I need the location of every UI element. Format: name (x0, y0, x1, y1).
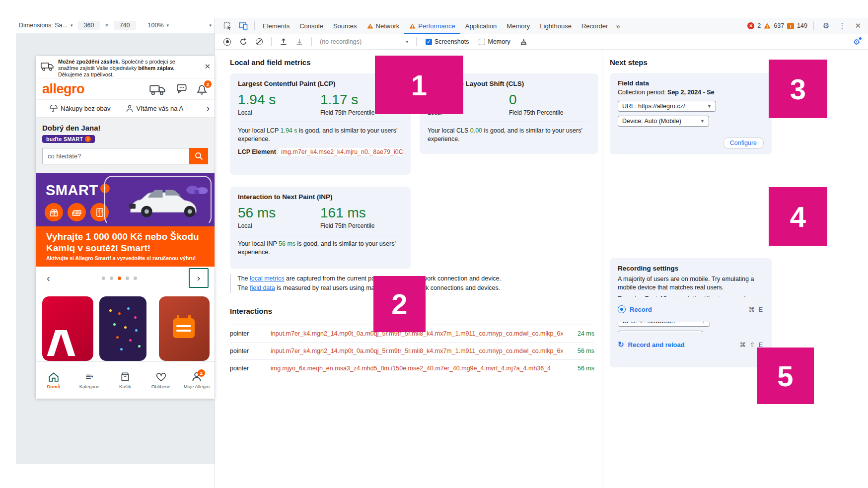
capture-settings-gear-icon[interactable]: ⚙ (853, 37, 863, 47)
person-icon (126, 105, 133, 112)
interaction-node-link[interactable]: img.mjyo_6x.meqh_en.msa3_z4.mhd5_0m.i150… (271, 365, 563, 372)
close-devtools-icon[interactable]: ✕ (852, 21, 864, 30)
interaction-duration: 24 ms (563, 330, 594, 337)
benefit-icons (45, 203, 109, 221)
memory-checkbox[interactable]: Memory (479, 38, 510, 45)
promo-tile-calendar[interactable] (159, 296, 210, 361)
divider (238, 122, 403, 122)
nav-item-cart[interactable]: Košík (107, 372, 143, 389)
inspect-element-icon[interactable] (220, 22, 235, 30)
nav-item-profile[interactable]: 2 Moje Allegro (179, 372, 215, 389)
tab-sources[interactable]: Sources (328, 18, 362, 34)
device-toolbar-toggle-icon[interactable] (235, 22, 251, 30)
viewport-height-input[interactable]: 740 (114, 21, 136, 30)
warning-count[interactable]: 637 (774, 22, 784, 29)
record-label[interactable]: Record (630, 306, 652, 313)
allegro-subnav: Nákupy bez obav Vítáme vás na A › (36, 99, 215, 118)
warning-count-icon[interactable] (764, 23, 771, 29)
zoom-value: 100% (148, 22, 164, 29)
tab-performance[interactable]: Performance (404, 18, 460, 34)
carousel-dot[interactable] (110, 277, 113, 280)
carousel-next-button[interactable]: › (189, 268, 209, 288)
messages-icon[interactable] (174, 83, 187, 95)
allegro-logo[interactable]: allegro (42, 81, 84, 97)
load-profile-icon[interactable] (277, 38, 290, 45)
smart-promo-banner-top[interactable]: SMART ! (36, 173, 215, 226)
skoda-car-image (125, 184, 209, 218)
subnav-welcome-link[interactable]: Vítáme vás na A (126, 105, 183, 112)
dimensions-select[interactable]: Dimensions: Sa... ▾ (19, 22, 73, 29)
promo-tile-confetti[interactable] (99, 296, 146, 361)
zoom-select[interactable]: 100% ▾ (148, 22, 169, 29)
issues-icon[interactable]: ! (787, 23, 794, 29)
tab-lighthouse[interactable]: Lighthouse (535, 18, 577, 34)
greeting-text: Dobrý den Jana! (42, 124, 208, 132)
smart-promo-banner-bottom[interactable]: Vyhrajte 1 000 000 Kč nebo Škodu Kamiq v… (36, 226, 215, 267)
clear-icon[interactable] (252, 38, 266, 45)
promo-tile-red[interactable] (42, 296, 93, 361)
chevron-right-icon[interactable]: › (207, 103, 210, 114)
toolbar-divider (813, 21, 814, 30)
record-card[interactable]: Record ⌘ E (610, 297, 772, 322)
carousel-dot[interactable] (134, 277, 137, 280)
calendar-icon (173, 318, 195, 338)
annotation-3: 3 (769, 60, 827, 118)
table-row[interactable]: pointer img.mjyo_6x.meqh_en.msa3_z4.mhd5… (230, 360, 594, 377)
device-toolbar-more-icon[interactable]: ▾ (209, 23, 212, 28)
interaction-node-link[interactable]: input.m7er_k4.mgn2_14.mp0t_0a.m0qj_5r.m9… (271, 348, 563, 354)
more-tabs-icon[interactable]: » (613, 22, 623, 30)
delivery-icon[interactable] (149, 84, 166, 95)
collection-period: Collection period: Sep 2, 2024 - Se (618, 88, 764, 97)
search-button[interactable] (189, 148, 208, 164)
search-input[interactable] (42, 148, 189, 164)
viewport-width-input[interactable]: 360 (78, 21, 100, 30)
carousel-dot[interactable] (102, 277, 105, 280)
subnav-protection-link[interactable]: Nákupy bez obav (50, 105, 110, 112)
record-and-reload-card[interactable]: ↻ Record and reload ⌘ ⇧ E (610, 332, 772, 357)
url-select[interactable]: URL: https://allegro.cz/ ▼ (618, 101, 716, 112)
bottom-navigation: Domů ≡▾ Kategorie Košík Oblíbené (36, 361, 215, 399)
multiply-icon: × (105, 22, 108, 29)
nav-item-favorites[interactable]: Oblíbené (143, 372, 179, 389)
kebab-menu-icon[interactable]: ⋮ (835, 21, 849, 30)
categories-menu-icon: ≡▾ (85, 372, 93, 382)
smart-badge[interactable]: buďte SMART ! (42, 135, 95, 143)
field-data-link[interactable]: field data (250, 284, 275, 291)
tab-elements[interactable]: Elements (258, 18, 294, 34)
tab-application[interactable]: Application (460, 18, 502, 34)
nav-item-categories[interactable]: ≡▾ Kategorie (72, 372, 107, 389)
recordings-select[interactable]: (no recordings) ▾ (317, 37, 411, 46)
lcp-element-node-link[interactable]: img.m7er_k4.mse2_k4.mjru_n0._8ae79_i0CkC (279, 148, 403, 156)
tab-console[interactable]: Console (294, 18, 328, 34)
tab-network[interactable]: Network (362, 18, 405, 34)
interactions-table: pointer input.m7er_k4.mgn2_14.mp0t_0a.m0… (230, 325, 594, 377)
collect-garbage-icon[interactable] (516, 38, 531, 45)
tab-memory[interactable]: Memory (502, 18, 535, 34)
error-count[interactable]: 2 (757, 22, 761, 29)
configure-button[interactable]: Configure (723, 137, 764, 149)
devtools-divider[interactable] (215, 18, 215, 488)
tab-recorder[interactable]: Recorder (577, 18, 613, 34)
local-label: Local (238, 109, 320, 116)
issues-count[interactable]: 149 (797, 22, 807, 29)
screenshots-checkbox[interactable]: ✓ Screenshots (426, 38, 469, 45)
table-row[interactable]: pointer input.m7er_k4.mgn2_14.mp0t_0a.m0… (230, 343, 594, 360)
close-icon[interactable]: ✕ (204, 59, 211, 78)
interaction-duration: 56 ms (563, 348, 594, 354)
error-count-icon[interactable]: ✕ (747, 22, 754, 29)
carousel-dot[interactable] (126, 277, 129, 280)
settings-gear-icon[interactable]: ⚙ (820, 21, 832, 30)
device-select[interactable]: Device: Auto (Mobile) ▼ (618, 116, 709, 127)
inp-title: Interaction to Next Paint (INP) (238, 193, 403, 201)
toolbar-divider (311, 37, 312, 46)
record-button[interactable] (220, 38, 234, 46)
chevron-down-icon: ▼ (707, 104, 712, 109)
save-profile-icon[interactable] (292, 38, 306, 45)
carousel-prev-icon[interactable]: ‹ (47, 273, 50, 284)
carousel-dot-active[interactable] (118, 277, 121, 280)
record-and-reload-icon[interactable] (236, 38, 250, 45)
nav-item-home[interactable]: Domů (36, 372, 72, 389)
screenshot-canvas: Dimensions: Sa... ▾ 360 × 740 100% ▾ ▾ M… (0, 0, 868, 488)
local-metrics-link[interactable]: local metrics (250, 275, 284, 282)
record-and-reload-label[interactable]: Record and reload (628, 341, 685, 349)
